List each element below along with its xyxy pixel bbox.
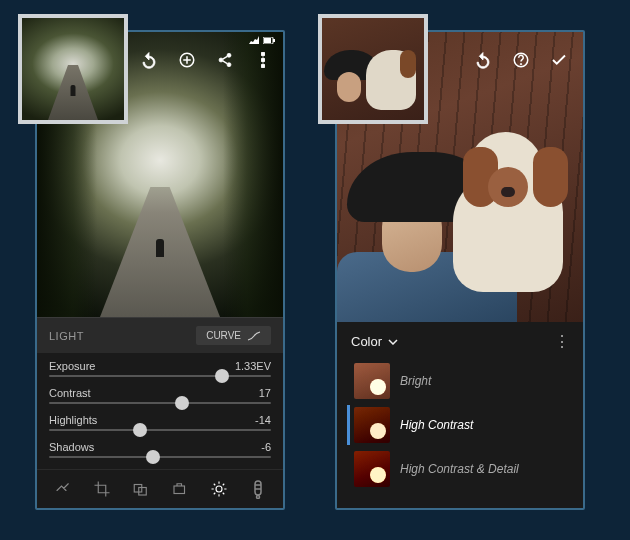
svg-rect-14: [255, 481, 261, 495]
before-after-thumbnail[interactable]: [318, 14, 428, 124]
undo-icon[interactable]: [139, 50, 159, 70]
healing-tool-icon[interactable]: [52, 478, 74, 500]
curve-button[interactable]: CURVE: [196, 326, 271, 345]
status-bar: [249, 36, 275, 44]
auto-tool-icon[interactable]: [169, 478, 191, 500]
add-icon[interactable]: [177, 50, 197, 70]
preset-list: Bright High Contrast High Contrast & Det…: [337, 361, 583, 508]
svg-rect-12: [174, 486, 185, 494]
svg-point-4: [227, 53, 231, 57]
confirm-icon[interactable]: [549, 50, 569, 70]
svg-point-17: [520, 63, 522, 65]
preset-item[interactable]: Bright: [347, 361, 573, 401]
slider-thumb[interactable]: [175, 396, 189, 410]
more-icon[interactable]: ⋮: [554, 332, 569, 351]
presets-tool-icon[interactable]: [130, 478, 152, 500]
bottom-toolbar: [37, 469, 283, 508]
svg-rect-11: [138, 488, 146, 496]
svg-rect-2: [273, 39, 275, 42]
slider-thumb[interactable]: [133, 423, 147, 437]
svg-point-6: [227, 63, 231, 67]
color-tool-icon[interactable]: [247, 478, 269, 500]
before-after-thumbnail[interactable]: [18, 14, 128, 124]
preset-group-header[interactable]: Color ⋮: [337, 322, 583, 361]
preset-item[interactable]: High Contrast & Detail: [347, 449, 573, 489]
share-icon[interactable]: [215, 50, 235, 70]
svg-point-8: [261, 58, 265, 62]
slider-thumb[interactable]: [215, 369, 229, 383]
more-icon[interactable]: [253, 50, 273, 70]
preset-item[interactable]: High Contrast: [347, 405, 573, 445]
light-section-header: LIGHT CURVE: [37, 317, 283, 353]
undo-icon[interactable]: [473, 50, 493, 70]
preset-thumbnail: [354, 407, 390, 443]
chevron-down-icon: [388, 339, 398, 345]
svg-point-5: [219, 58, 223, 62]
sliders-panel: Exposure1.33EV Contrast17 Highlights-14 …: [37, 353, 283, 469]
exposure-slider[interactable]: Exposure1.33EV: [49, 355, 271, 382]
slider-thumb[interactable]: [146, 450, 160, 464]
section-title: LIGHT: [49, 330, 84, 342]
svg-rect-10: [134, 485, 142, 493]
shadows-slider[interactable]: Shadows-6: [49, 436, 271, 463]
svg-point-13: [216, 486, 222, 492]
svg-point-9: [261, 64, 265, 68]
light-tool-icon[interactable]: [208, 478, 230, 500]
highlights-slider[interactable]: Highlights-14: [49, 409, 271, 436]
help-icon[interactable]: [511, 50, 531, 70]
svg-rect-1: [264, 38, 271, 43]
svg-point-7: [261, 52, 265, 56]
svg-point-15: [256, 496, 259, 499]
preset-thumbnail: [354, 363, 390, 399]
preset-group-label: Color: [351, 334, 382, 349]
preset-thumbnail: [354, 451, 390, 487]
contrast-slider[interactable]: Contrast17: [49, 382, 271, 409]
crop-tool-icon[interactable]: [91, 478, 113, 500]
